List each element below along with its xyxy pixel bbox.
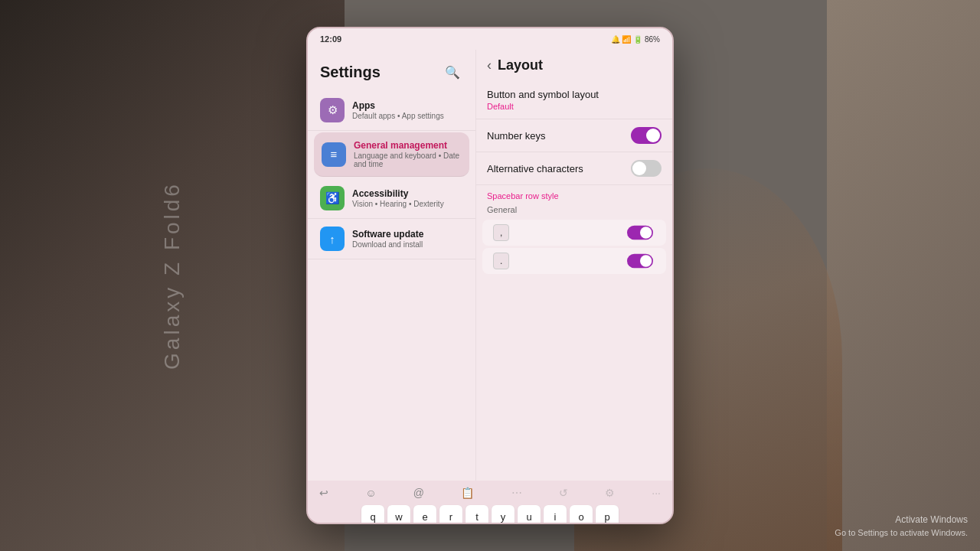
spacebar-comma-toggle-knob	[640, 227, 652, 238]
spacebar-comma-key: ,	[493, 224, 509, 241]
keyboard-rows: q w e r t y u i o p a s d f g h j k	[312, 505, 668, 524]
key-t[interactable]: t	[466, 505, 488, 524]
key-row-1: q w e r t y u i o p	[314, 505, 666, 524]
spacebar-section-header: Spacebar row style	[476, 185, 672, 204]
sidebar-item-accessibility[interactable]: ♿ Accessibility Vision • Hearing • Dexte…	[308, 178, 475, 219]
number-keys-item[interactable]: Number keys	[476, 119, 672, 152]
toolbar-btn-clipboard[interactable]: 📋	[457, 485, 478, 500]
sidebar: Settings 🔍 ⚙ Apps Default apps • App set…	[308, 50, 476, 481]
alternative-characters-label: Alternative characters	[487, 163, 583, 174]
key-e[interactable]: e	[413, 505, 436, 524]
search-icon[interactable]: 🔍	[442, 62, 463, 83]
sidebar-header: Settings 🔍	[308, 57, 475, 90]
panel-header: ‹ Layout	[476, 50, 672, 81]
number-keys-toggle[interactable]	[631, 127, 662, 144]
number-keys-toggle-knob	[646, 129, 660, 142]
alternative-characters-item[interactable]: Alternative characters	[476, 152, 672, 185]
button-symbol-layout-sublabel: Default	[487, 102, 662, 111]
windows-watermark: Activate Windows Go to Settings to activ…	[835, 513, 968, 540]
key-o[interactable]: o	[570, 505, 593, 524]
spacebar-period-item[interactable]: .	[482, 248, 666, 274]
keyboard-area: ↩ ☺ @ 📋 ⋯ ↺ ⚙ ··· q w e r t y u i o p	[308, 481, 672, 524]
toolbar-btn-at[interactable]: @	[410, 485, 428, 500]
status-bar: 12:09 🔔 📶 🔋 86%	[308, 28, 672, 50]
sidebar-title: Settings	[320, 64, 381, 81]
software-update-icon: ↑	[320, 227, 345, 251]
sidebar-item-apps[interactable]: ⚙ Apps Default apps • App settings	[308, 90, 475, 131]
general-management-icon: ≡	[322, 142, 346, 167]
device-label: Galaxy Z Fold6	[160, 181, 185, 370]
key-q[interactable]: q	[361, 505, 384, 524]
key-w[interactable]: w	[387, 505, 410, 524]
sidebar-item-general-management[interactable]: ≡ General management Language and keyboa…	[314, 132, 469, 177]
tablet: 12:09 🔔 📶 🔋 86% Settings 🔍 ⚙ Apps Defaul…	[306, 27, 674, 524]
accessibility-subtitle: Vision • Hearing • Dexterity	[352, 200, 444, 208]
alternative-characters-toggle[interactable]	[631, 160, 662, 177]
software-update-title: Software update	[352, 229, 423, 240]
spacebar-period-toggle-knob	[640, 255, 652, 266]
general-management-subtitle: Language and keyboard • Date and time	[354, 152, 462, 168]
windows-watermark-subtitle: Go to Settings to activate Windows.	[835, 527, 968, 540]
toolbar-btn-extra[interactable]: ···	[648, 485, 665, 500]
button-symbol-layout-item[interactable]: Button and symbol layout Default	[476, 81, 672, 119]
status-icons: 🔔 📶 🔋 86%	[611, 35, 660, 44]
apps-text: Apps Default apps • App settings	[352, 100, 444, 120]
spacebar-comma-item[interactable]: ,	[482, 220, 666, 246]
status-time: 12:09	[320, 34, 341, 44]
accessibility-icon: ♿	[320, 186, 345, 210]
spacebar-subsection-header: General	[476, 204, 672, 217]
accessibility-title: Accessibility	[352, 188, 444, 199]
sidebar-item-software-update[interactable]: ↑ Software update Download and install	[308, 219, 475, 259]
general-management-text: General management Language and keyboard…	[354, 140, 462, 168]
keyboard-toolbar: ↩ ☺ @ 📋 ⋯ ↺ ⚙ ···	[312, 484, 668, 502]
toolbar-btn-redo[interactable]: ↺	[555, 485, 572, 500]
key-y[interactable]: y	[492, 505, 514, 524]
bg-right	[827, 0, 980, 551]
toolbar-btn-undo[interactable]: ↩	[315, 485, 332, 500]
toolbar-btn-settings[interactable]: ⚙	[601, 485, 619, 500]
apps-icon: ⚙	[320, 98, 345, 122]
apps-subtitle: Default apps • App settings	[352, 112, 444, 120]
accessibility-text: Accessibility Vision • Hearing • Dexteri…	[352, 188, 444, 208]
apps-title: Apps	[352, 100, 444, 111]
key-i[interactable]: i	[544, 505, 567, 524]
software-update-text: Software update Download and install	[352, 229, 423, 249]
back-button[interactable]: ‹	[487, 57, 492, 73]
key-u[interactable]: u	[518, 505, 541, 524]
spacebar-comma-toggle[interactable]	[627, 226, 653, 240]
windows-watermark-title: Activate Windows	[835, 513, 968, 527]
key-p[interactable]: p	[596, 505, 619, 524]
alternative-characters-toggle-knob	[632, 161, 646, 175]
main-content: Settings 🔍 ⚙ Apps Default apps • App set…	[308, 50, 672, 481]
software-update-subtitle: Download and install	[352, 240, 423, 249]
key-r[interactable]: r	[439, 505, 462, 524]
toolbar-btn-emoji[interactable]: ☺	[361, 485, 380, 500]
right-panel: ‹ Layout Button and symbol layout Defaul…	[476, 50, 672, 481]
toolbar-btn-more[interactable]: ⋯	[508, 485, 526, 500]
button-symbol-layout-label: Button and symbol layout	[487, 89, 662, 100]
general-management-title: General management	[354, 140, 462, 151]
number-keys-label: Number keys	[487, 130, 546, 142]
spacebar-period-key: .	[493, 253, 509, 269]
spacebar-period-toggle[interactable]	[627, 254, 653, 269]
panel-title: Layout	[498, 57, 543, 73]
bg-left: Galaxy Z Fold6	[0, 0, 345, 551]
